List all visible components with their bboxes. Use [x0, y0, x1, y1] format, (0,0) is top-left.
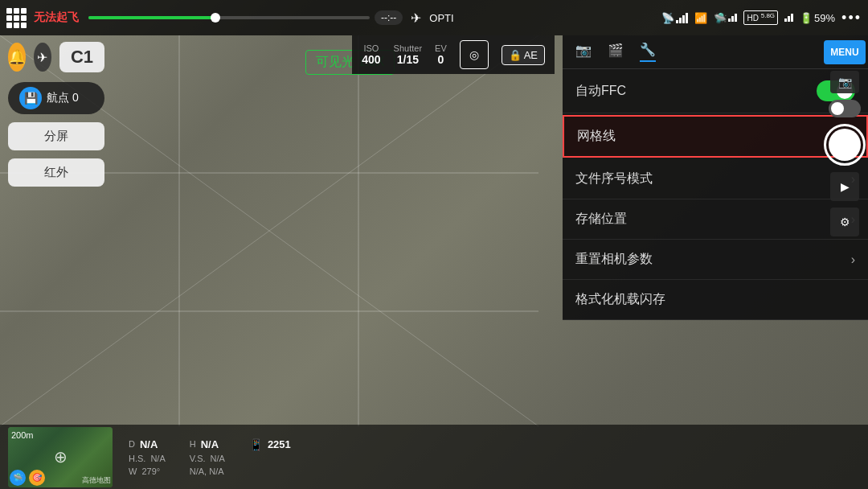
- tab-wrench[interactable]: 🔧: [640, 42, 656, 62]
- infrared-button[interactable]: 红外: [8, 158, 104, 187]
- settings-item-reset[interactable]: 重置相机参数 ›: [563, 240, 868, 280]
- tab-video[interactable]: 🎬: [608, 43, 624, 61]
- sd-signal-bars: [784, 14, 793, 22]
- camera-small-btn[interactable]: 📷: [830, 71, 859, 93]
- map-thumbnail[interactable]: 200m ⊕ 🛸 🎯 高德地图: [8, 427, 113, 487]
- playback-button[interactable]: ▶: [830, 172, 859, 201]
- settings-button[interactable]: ⚙: [830, 208, 859, 236]
- save-button[interactable]: 💾: [19, 87, 42, 109]
- notification-bell[interactable]: 🔔: [8, 43, 26, 72]
- camera-mode-btn[interactable]: ◎: [460, 40, 489, 69]
- flight-data: D N/A H.S. N/A W 279° H N/A V.S. N/A N/A: [121, 438, 860, 476]
- right-controls: MENU 📷 ▶ ⚙: [821, 35, 868, 241]
- map-icons: 🛸 🎯: [10, 470, 45, 486]
- height-col: H N/A V.S. N/A N/A, N/A: [190, 438, 225, 476]
- iso-param: ISO 400: [362, 43, 380, 66]
- split-screen-button[interactable]: 分屏: [8, 122, 104, 150]
- top-bar: 无法起飞 --:-- ✈ OPTI 📡 📶 🛸: [0, 0, 868, 35]
- map-target-icon: 🎯: [29, 470, 45, 486]
- tab-camera[interactable]: 📷: [575, 43, 592, 61]
- distance-col: D N/A H.S. N/A W 279°: [129, 438, 166, 476]
- video-signal-icon: 📶: [694, 12, 707, 24]
- menu-button[interactable]: MENU: [824, 40, 866, 64]
- waypoint-mode-icon[interactable]: ✈: [34, 43, 51, 72]
- sd-card-icon: 📱: [249, 438, 263, 451]
- settings-item-format[interactable]: 格式化机载闪存: [563, 280, 868, 320]
- flight-mode: OPTI: [429, 12, 453, 24]
- map-drone-icon: 🛸: [10, 470, 26, 486]
- flight-progress: [88, 16, 370, 19]
- wifi-signal-icon: 🛸: [714, 12, 737, 24]
- grid-menu-icon[interactable]: [6, 8, 24, 28]
- ae-lock-btn[interactable]: 🔒 AE: [502, 45, 545, 65]
- shutter-button[interactable]: [824, 124, 866, 166]
- left-top-icons: 🔔 ✈ C1: [0, 35, 113, 79]
- waypoint-bar: 💾 航点 0: [8, 82, 104, 114]
- top-status-icons: 📡 📶 🛸 HD 5.8G: [661, 10, 862, 27]
- no-fly-warning: 无法起飞: [34, 10, 79, 25]
- card-col: 📱 2251: [249, 438, 291, 476]
- drone-icon: ✈: [411, 10, 421, 26]
- photo-video-toggle[interactable]: [829, 100, 861, 117]
- ev-param: EV 0: [435, 43, 447, 66]
- left-panel: 🔔 ✈ C1 💾 航点 0 分屏 红外: [0, 35, 113, 190]
- c1-button[interactable]: C1: [59, 42, 104, 72]
- shutter-param: Shutter 1/15: [394, 43, 422, 66]
- map-brand: 高德地图: [82, 475, 111, 486]
- battery-icon: 🔋 59%: [800, 12, 835, 24]
- target-crosshair-icon: ⊕: [54, 447, 68, 466]
- bottom-bar: 200m ⊕ 🛸 🎯 高德地图 D N/A H.S. N/A W 279°: [0, 425, 868, 489]
- hd-badge: HD 5.8G: [743, 10, 778, 24]
- camera-params-row: ISO 400 Shutter 1/15 EV 0 ◎ 🔒 AE: [352, 35, 555, 74]
- rc-signal-icon: 📡: [661, 12, 688, 24]
- more-menu-button[interactable]: •••: [841, 10, 862, 27]
- flight-timer: --:--: [375, 10, 403, 25]
- chevron-right-icon: ›: [851, 253, 855, 267]
